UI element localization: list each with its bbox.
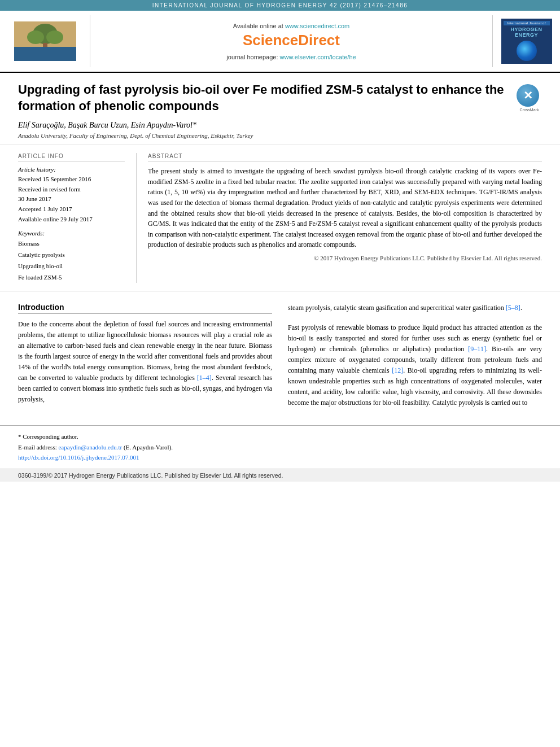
sciencedirect-url[interactable]: www.sciencedirect.com bbox=[285, 23, 349, 29]
footnote-section: * Corresponding author. E-mail address: … bbox=[0, 425, 560, 469]
abstract-section: ABSTRACT The present study is aimed to i… bbox=[137, 153, 542, 283]
keywords-label: Keywords: bbox=[18, 230, 125, 237]
email-credit: (E. Apaydın-Varol). bbox=[124, 444, 173, 451]
email-link[interactable]: eapaydin@anadolu.edu.tr bbox=[58, 444, 122, 451]
article-info-panel: ARTICLE INFO Article history: Received 1… bbox=[18, 153, 137, 283]
page-header: ELSEVIER Available online at www.science… bbox=[0, 11, 560, 73]
history-available: Available online 29 July 2017 bbox=[18, 215, 125, 225]
history-accepted: Accepted 1 July 2017 bbox=[18, 204, 125, 215]
elsevier-logo-section: ELSEVIER bbox=[0, 15, 90, 67]
sciencedirect-title: ScienceDirect bbox=[243, 32, 340, 49]
ref-5-8[interactable]: [5–8] bbox=[506, 304, 520, 312]
left-column: Introduction Due to the concerns about t… bbox=[18, 303, 272, 408]
article-info-abstract: ARTICLE INFO Article history: Received 1… bbox=[0, 145, 560, 291]
history-label: Article history: bbox=[18, 166, 125, 173]
svg-rect-4 bbox=[43, 43, 47, 50]
crossmark-icon: ✕ bbox=[523, 90, 533, 101]
article-history: Article history: Received 15 September 2… bbox=[18, 166, 125, 224]
keyword-upgrading: Upgrading bio-oil bbox=[18, 261, 125, 272]
journal-homepage-url[interactable]: www.elsevier.com/locate/he bbox=[280, 54, 356, 60]
elsevier-tree-logo: ELSEVIER bbox=[14, 21, 76, 61]
footnote-corresponding: * Corresponding author. bbox=[18, 431, 542, 442]
footnote-doi: http://dx.doi.org/10.1016/j.ijhydene.201… bbox=[18, 452, 542, 463]
journal-bar: INTERNATIONAL JOURNAL OF HYDROGEN ENERGY… bbox=[0, 0, 560, 11]
history-received: Received 15 September 2016 bbox=[18, 174, 125, 185]
he-title-text: HYDROGENENERGY bbox=[510, 27, 542, 38]
email-label: E-mail address: bbox=[18, 444, 57, 451]
article-title-section: ✕ CrossMark Upgrading of fast pyrolysis … bbox=[0, 73, 560, 145]
article-info-title: ARTICLE INFO bbox=[18, 153, 125, 161]
intro-right-text-2: Fast pyrolysis of renewable biomass to p… bbox=[288, 322, 542, 408]
affiliation-line: Anadolu University, Faculty of Engineeri… bbox=[18, 132, 542, 139]
header-center: Available online at www.sciencedirect.co… bbox=[90, 15, 492, 67]
keyword-fe-zsm5: Fe loaded ZSM-5 bbox=[18, 272, 125, 283]
svg-rect-5 bbox=[14, 51, 76, 61]
crossmark-circle: ✕ bbox=[517, 84, 539, 107]
keywords-section: Keywords: Biomass Catalytic pyrolysis Up… bbox=[18, 230, 125, 283]
intro-right-text-1: steam pyrolysis, catalytic steam gasific… bbox=[288, 303, 542, 313]
homepage-label: journal homepage: bbox=[226, 54, 278, 60]
corresponding-label: * Corresponding author. bbox=[18, 433, 78, 440]
history-revised-date: 30 June 2017 bbox=[18, 194, 125, 204]
abstract-copyright: © 2017 Hydrogen Energy Publications LLC.… bbox=[148, 255, 542, 261]
article-main-title: Upgrading of fast pyrolysis bio-oil over… bbox=[18, 82, 542, 114]
bottom-copyright-bar: 0360-3199/© 2017 Hydrogen Energy Publica… bbox=[0, 469, 560, 482]
intro-left-text: Due to the concerns about the depletion … bbox=[18, 319, 272, 405]
doi-link[interactable]: http://dx.doi.org/10.1016/j.ijhydene.201… bbox=[18, 454, 139, 461]
he-header-text: International Journal of bbox=[504, 21, 550, 25]
abstract-text: The present study is aimed to investigat… bbox=[148, 166, 542, 250]
crossmark-label: CrossMark bbox=[517, 108, 542, 112]
keyword-biomass: Biomass bbox=[18, 238, 125, 250]
history-revised-label: Received in revised form bbox=[18, 185, 125, 195]
svg-text:ELSEVIER: ELSEVIER bbox=[34, 54, 56, 59]
hydrogen-energy-logo: International Journal of HYDROGENENERGY bbox=[501, 19, 552, 64]
he-globe-icon bbox=[517, 41, 537, 61]
introduction-section: Introduction Due to the concerns about t… bbox=[0, 291, 560, 420]
ref-12[interactable]: [12] bbox=[392, 366, 403, 374]
keyword-catalytic: Catalytic pyrolysis bbox=[18, 250, 125, 261]
hydrogen-energy-logo-section: International Journal of HYDROGENENERGY bbox=[492, 15, 560, 67]
introduction-heading: Introduction bbox=[18, 303, 272, 313]
authors-line: Elif Saraçoğlu, Başak Burcu Uzun, Esin A… bbox=[18, 121, 542, 130]
ref-9-11[interactable]: [9–11] bbox=[468, 345, 486, 353]
available-online-text: Available online at www.sciencedirect.co… bbox=[233, 23, 349, 29]
right-column: steam pyrolysis, catalytic steam gasific… bbox=[288, 303, 542, 408]
svg-point-3 bbox=[46, 30, 63, 44]
abstract-title: ABSTRACT bbox=[148, 153, 542, 161]
crossmark-badge[interactable]: ✕ CrossMark bbox=[517, 84, 542, 110]
ref-1-4[interactable]: [1–4] bbox=[197, 374, 212, 382]
footnote-email: E-mail address: eapaydin@anadolu.edu.tr … bbox=[18, 442, 542, 453]
svg-point-2 bbox=[27, 30, 44, 44]
journal-homepage-line: journal homepage: www.elsevier.com/locat… bbox=[226, 54, 356, 60]
available-label: Available online at bbox=[233, 23, 283, 29]
two-column-layout: Introduction Due to the concerns about t… bbox=[18, 303, 542, 408]
